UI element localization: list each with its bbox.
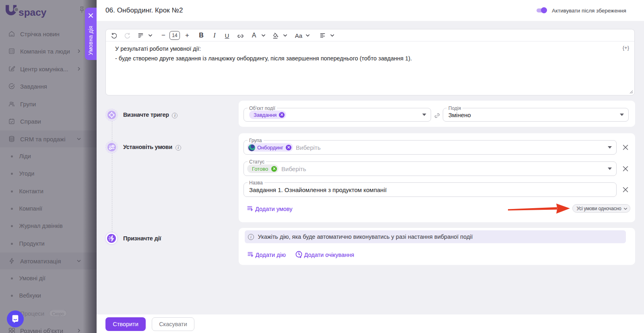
svg-text:spacy: spacy: [19, 7, 47, 18]
